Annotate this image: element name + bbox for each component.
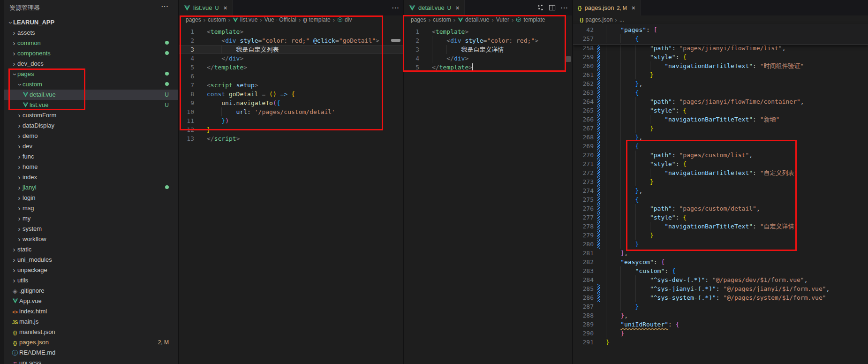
code-line-11[interactable]: 11}) bbox=[179, 116, 403, 125]
code-line-4[interactable]: 4</div> bbox=[179, 54, 403, 63]
more-actions-icon[interactable]: ⋯ bbox=[392, 4, 400, 12]
code-line-1[interactable]: 1<template> bbox=[179, 27, 403, 36]
code-line-266[interactable]: 266"navigationBarTitleText": "新增" bbox=[573, 115, 868, 124]
code-line-2[interactable]: 2<div style="color: red;" @click="goDeta… bbox=[179, 36, 403, 45]
chevron-right-icon[interactable]: › bbox=[11, 28, 17, 38]
code-line-282[interactable]: 282"easycom": { bbox=[573, 258, 868, 266]
code-line-262[interactable]: 262}, bbox=[573, 79, 868, 88]
code-line-3[interactable]: 3我是自定义列表 bbox=[179, 45, 403, 54]
code-line-260[interactable]: 260"navigationBarTitleText": "时间组件验证" bbox=[573, 61, 868, 70]
tree-item-README.md[interactable]: ⓘREADME.md bbox=[4, 348, 178, 358]
code-line-283[interactable]: 283"custom": { bbox=[573, 266, 868, 275]
tree-item-msg[interactable]: ›msg bbox=[4, 203, 178, 213]
tree-item-components[interactable]: ›components bbox=[4, 48, 178, 59]
tree-item-dataDisplay[interactable]: ›dataDisplay bbox=[4, 121, 178, 131]
tree-item-pages.json[interactable]: {}pages.json2, M bbox=[4, 337, 178, 348]
code-line-291[interactable]: 291} bbox=[573, 338, 868, 347]
tab-detail-vue[interactable]: detail.vueU× bbox=[404, 0, 465, 15]
code-line-275[interactable]: 275{ bbox=[573, 195, 868, 204]
more-actions-icon[interactable]: ⋯ bbox=[560, 4, 568, 12]
sticky-scroll-header[interactable]: 42"pages": [257{ bbox=[573, 24, 868, 45]
tree-item-workflow[interactable]: ›workflow bbox=[4, 234, 178, 244]
breadcrumb-item[interactable]: ... bbox=[619, 16, 624, 23]
chevron-right-icon[interactable]: › bbox=[16, 110, 23, 121]
code-line-1[interactable]: 1<template> bbox=[404, 27, 572, 36]
tree-item-func[interactable]: ›func bbox=[4, 152, 178, 162]
code-line-5[interactable]: 5</template> bbox=[404, 63, 572, 72]
chevron-down-icon[interactable]: › bbox=[10, 71, 20, 77]
tree-item-index[interactable]: ›index bbox=[4, 172, 178, 182]
tree-item-demo[interactable]: ›demo bbox=[4, 131, 178, 141]
tree-item-index.html[interactable]: <>index.html bbox=[4, 306, 178, 317]
chevron-right-icon[interactable]: › bbox=[16, 213, 23, 224]
tree-item-jianyi[interactable]: ›jianyi bbox=[4, 182, 178, 193]
tree-item-uni.scss[interactable]: ≈uni.scss bbox=[4, 358, 178, 364]
code-line-272[interactable]: 272"navigationBarTitleText": "自定义列表" bbox=[573, 168, 868, 177]
breadcrumb-item[interactable]: pages bbox=[186, 16, 201, 23]
code-line-277[interactable]: 277"style": { bbox=[573, 213, 868, 222]
code-line-271[interactable]: 271"style": { bbox=[573, 159, 868, 168]
code-line-10[interactable]: 10url: '/pages/custom/detail' bbox=[179, 107, 403, 116]
tree-item-list.vue[interactable]: list.vueU bbox=[4, 100, 178, 110]
tree-item-common[interactable]: ›common bbox=[4, 38, 178, 48]
code-line-257[interactable]: 257{ bbox=[573, 34, 868, 43]
chevron-down-icon[interactable]: › bbox=[15, 81, 25, 88]
tab-list-vue[interactable]: list.vueU× bbox=[179, 0, 233, 15]
code-line-270[interactable]: 270"path": "pages/custom/list", bbox=[573, 151, 868, 159]
chevron-right-icon[interactable]: › bbox=[11, 265, 17, 275]
tree-root-learun-app[interactable]: ›LEARUN_APP bbox=[4, 17, 178, 28]
breadcrumb-item[interactable]: Vue - Official bbox=[264, 16, 296, 23]
code-line-288[interactable]: 288}, bbox=[573, 311, 868, 320]
code-line-265[interactable]: 265"style": { bbox=[573, 106, 868, 115]
chevron-right-icon[interactable]: › bbox=[16, 193, 23, 203]
tab-pages-json[interactable]: {}pages.json2, M× bbox=[573, 0, 641, 15]
tree-item-unimodules[interactable]: ›uni_modules bbox=[4, 255, 178, 265]
breadcrumb-item[interactable]: template bbox=[516, 16, 545, 23]
code-line-276[interactable]: 276"path": "pages/custom/detail", bbox=[573, 204, 868, 213]
code-line-5[interactable]: 5</template> bbox=[179, 63, 403, 72]
code-line-290[interactable]: 290} bbox=[573, 329, 868, 338]
tree-item-detail.vue[interactable]: detail.vueU bbox=[4, 90, 178, 100]
tree-item-dev[interactable]: ›dev bbox=[4, 141, 178, 152]
breadcrumb-item[interactable]: {}pages.json bbox=[580, 16, 613, 23]
chevron-right-icon[interactable]: › bbox=[16, 141, 23, 152]
chevron-right-icon[interactable]: › bbox=[16, 131, 23, 141]
code-line-285[interactable]: 285"^sys-jianyi-(.*)": "@/pages/jianyi/$… bbox=[573, 284, 868, 293]
code-line-267[interactable]: 267} bbox=[573, 124, 868, 133]
code-line-280[interactable]: 280} bbox=[573, 240, 868, 249]
explorer-more-actions-icon[interactable]: ⋯ bbox=[161, 2, 169, 11]
breadcrumb-item[interactable]: custom bbox=[208, 16, 226, 23]
breadcrumb-item[interactable]: list.vue bbox=[233, 16, 257, 23]
tree-item-main.js[interactable]: JSmain.js bbox=[4, 317, 178, 327]
tree-item-system[interactable]: ›system bbox=[4, 224, 178, 234]
tree-item-my[interactable]: ›my bbox=[4, 213, 178, 224]
tree-item-login[interactable]: ›login bbox=[4, 193, 178, 203]
tree-item-.gitignore[interactable]: ◈.gitignore bbox=[4, 286, 178, 296]
code-line-263[interactable]: 263{ bbox=[573, 88, 868, 97]
code-line-8[interactable]: 8const goDetail = () => { bbox=[179, 90, 403, 99]
code-line-278[interactable]: 278"navigationBarTitleText": "自定义详情" bbox=[573, 222, 868, 231]
code-line-12[interactable]: 12} bbox=[179, 125, 403, 134]
chevron-right-icon[interactable]: › bbox=[16, 234, 23, 244]
code-line-264[interactable]: 264"path": "pages/jianyi/flowTime/contai… bbox=[573, 97, 868, 106]
code-line-269[interactable]: 269{ bbox=[573, 142, 868, 151]
code-line-7[interactable]: 7<script setup> bbox=[179, 81, 403, 90]
chevron-right-icon[interactable]: › bbox=[11, 38, 17, 48]
chevron-right-icon[interactable]: › bbox=[11, 59, 17, 69]
code-line-42[interactable]: 42"pages": [ bbox=[573, 25, 868, 34]
tree-item-pages[interactable]: ›pages bbox=[4, 69, 178, 79]
close-icon[interactable]: × bbox=[456, 4, 460, 12]
chevron-right-icon[interactable]: › bbox=[16, 121, 23, 131]
breadcrumb-item[interactable]: div bbox=[337, 16, 352, 23]
code-line-273[interactable]: 273} bbox=[573, 177, 868, 186]
tree-item-static[interactable]: ›static bbox=[4, 244, 178, 255]
code-line-289[interactable]: 289"uniIdRouter": { bbox=[573, 320, 868, 329]
tree-item-App.vue[interactable]: App.vue bbox=[4, 296, 178, 306]
tree-item-customForm[interactable]: ›customForm bbox=[4, 110, 178, 121]
tree-item-assets[interactable]: ›assets bbox=[4, 28, 178, 38]
code-line-3[interactable]: 3我是自定义详情 bbox=[404, 45, 572, 54]
tree-item-custom[interactable]: ›custom bbox=[4, 79, 178, 90]
code-line-261[interactable]: 261} bbox=[573, 70, 868, 79]
code-line-268[interactable]: 268}, bbox=[573, 133, 868, 142]
chevron-right-icon[interactable]: › bbox=[11, 48, 17, 59]
